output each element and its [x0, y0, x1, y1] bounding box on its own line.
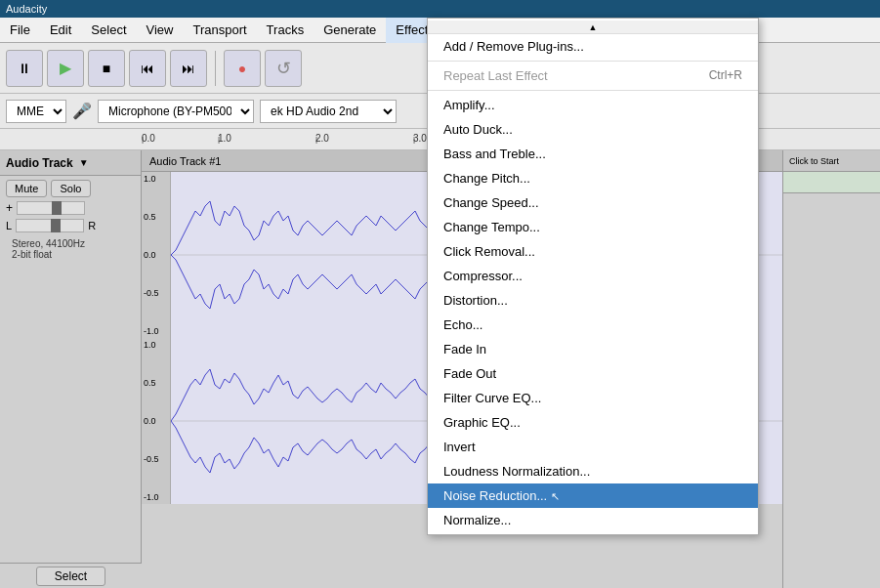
scale-1-0-top: 1.0: [144, 174, 168, 184]
titlebar: Audacity: [0, 0, 880, 18]
separator-2: [428, 90, 758, 91]
effect-filter-curve-eq[interactable]: Filter Curve EQ...: [428, 386, 758, 410]
pan-left-label: L: [6, 220, 12, 231]
scale-1-0-bot: 1.0: [144, 340, 168, 350]
effect-change-speed[interactable]: Change Speed...: [428, 190, 758, 215]
pan-row: L R: [6, 219, 135, 232]
skip-back-button[interactable]: ⏮: [129, 50, 166, 87]
scale-minus-1-0-top: -1.0: [144, 326, 168, 336]
effect-change-pitch[interactable]: Change Pitch...: [428, 166, 758, 190]
effect-bass-treble[interactable]: Bass and Treble...: [428, 142, 758, 166]
host-select[interactable]: MME: [6, 100, 66, 123]
pause-button[interactable]: ⏸: [6, 50, 43, 87]
scale-minus-1-0-bot: -1.0: [144, 492, 168, 502]
right-panel-header: Click to Start: [783, 150, 880, 172]
play-button[interactable]: ▶: [47, 50, 84, 87]
menu-file[interactable]: File: [0, 18, 40, 43]
effect-invert[interactable]: Invert: [428, 435, 758, 459]
mic-icon: 🎤: [72, 102, 92, 120]
effect-echo[interactable]: Echo...: [428, 313, 758, 337]
skip-fwd-button[interactable]: ⏭: [170, 50, 207, 87]
scale-minus-0-5-top: -0.5: [144, 288, 168, 298]
mute-button[interactable]: Mute: [6, 180, 47, 197]
menu-transport[interactable]: Transport: [183, 18, 256, 43]
track-menu-arrow[interactable]: ▼: [79, 157, 89, 168]
gain-icon: +: [6, 201, 13, 215]
pan-right-label: R: [88, 220, 96, 231]
effect-graphic-eq[interactable]: Graphic EQ...: [428, 410, 758, 435]
loop-button[interactable]: ↺: [265, 50, 302, 87]
effect-loudness-norm[interactable]: Loudness Normalization...: [428, 459, 758, 483]
select-button[interactable]: Select: [36, 567, 105, 586]
effect-compressor[interactable]: Compressor...: [428, 264, 758, 288]
scroll-arrow-up[interactable]: ▲: [428, 21, 758, 34]
select-btn-container: Select: [0, 563, 142, 588]
menu-select[interactable]: Select: [81, 18, 136, 43]
track1-name: Audio Track #1: [149, 155, 221, 167]
scale-0-0-bot: 0.0: [144, 416, 168, 426]
record-button[interactable]: ●: [224, 50, 261, 87]
timeline-mark-2: 2.0: [315, 133, 413, 146]
menu-view[interactable]: View: [137, 18, 184, 43]
track-info: Stereo, 44100Hz2-bit float: [6, 236, 135, 262]
effect-amplify[interactable]: Amplify...: [428, 93, 758, 117]
effect-auto-duck[interactable]: Auto Duck...: [428, 117, 758, 142]
effect-distortion[interactable]: Distortion...: [428, 288, 758, 313]
track-name: Audio Track: [6, 156, 73, 170]
right-track-info: [783, 172, 880, 193]
menu-tracks[interactable]: Tracks: [257, 18, 314, 43]
volume-slider[interactable]: [17, 201, 85, 215]
effect-normalize[interactable]: Normalize...: [428, 508, 758, 532]
app-title: Audacity: [6, 3, 47, 15]
effect-fade-in[interactable]: Fade In: [428, 337, 758, 361]
timeline-mark-1: 1.0: [218, 133, 315, 146]
scale-minus-0-5-bot: -0.5: [144, 454, 168, 464]
track-controls: Mute Solo + L R Stereo, 44100Hz2-bit flo…: [0, 176, 141, 266]
scale-0-5-bot: 0.5: [144, 378, 168, 388]
mute-solo-row: Mute Solo: [6, 180, 135, 197]
effect-repeat-last: Repeat Last Effect Ctrl+R: [428, 63, 758, 88]
pan-slider[interactable]: [16, 219, 84, 232]
menu-generate[interactable]: Generate: [314, 18, 386, 43]
scale-0-5-top: 0.5: [144, 212, 168, 222]
track-header: Audio Track ▼: [0, 150, 141, 176]
effect-add-remove-plugins[interactable]: Add / Remove Plug-ins...: [428, 34, 758, 59]
separator-1: [428, 61, 758, 62]
right-label: Click to Start: [789, 156, 839, 166]
effect-dropdown-menu: ▲ Add / Remove Plug-ins... Repeat Last E…: [427, 18, 759, 535]
effect-click-removal[interactable]: Click Removal...: [428, 239, 758, 264]
timeline-mark-0: 0.0: [142, 133, 218, 146]
toolbar-separator: [215, 51, 216, 86]
track-panel: Audio Track ▼ Mute Solo + L R: [0, 150, 142, 588]
input-device-select[interactable]: Microphone (BY-PM500): [98, 100, 254, 123]
solo-button[interactable]: Solo: [51, 180, 90, 197]
output-device-select[interactable]: ek HD Audio 2nd: [260, 100, 397, 123]
gain-row: +: [6, 201, 135, 215]
effect-fade-out[interactable]: Fade Out: [428, 361, 758, 386]
effect-noise-reduction[interactable]: Noise Reduction...↖: [428, 483, 758, 508]
effect-change-tempo[interactable]: Change Tempo...: [428, 215, 758, 239]
right-panel: Click to Start: [782, 150, 880, 588]
menu-edit[interactable]: Edit: [40, 18, 81, 43]
stop-button[interactable]: ■: [88, 50, 125, 87]
scale-0-0-top: 0.0: [144, 250, 168, 260]
